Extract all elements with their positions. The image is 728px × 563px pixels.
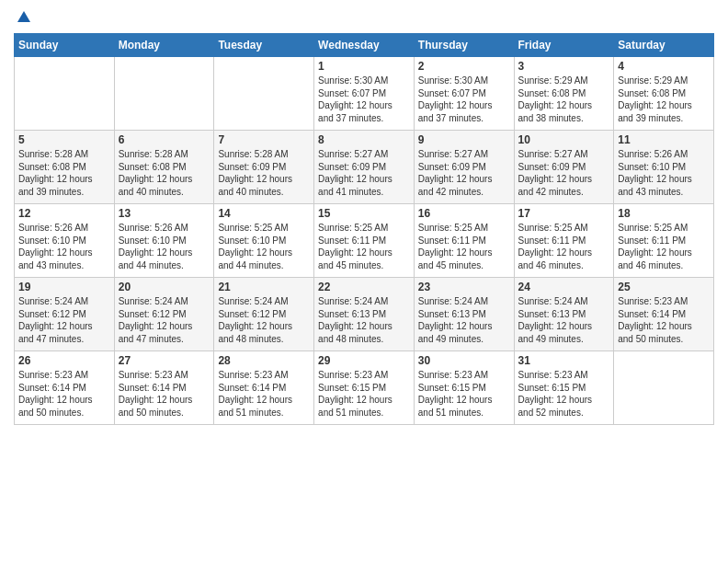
- day-number: 29: [318, 354, 410, 367]
- day-cell: 29Sunrise: 5:23 AM Sunset: 6:15 PM Dayli…: [314, 351, 415, 425]
- day-info: Sunrise: 5:29 AM Sunset: 6:08 PM Dayligh…: [518, 75, 610, 124]
- day-info: Sunrise: 5:25 AM Sunset: 6:11 PM Dayligh…: [518, 222, 610, 271]
- day-cell: 28Sunrise: 5:23 AM Sunset: 6:14 PM Dayli…: [214, 351, 314, 425]
- day-info: Sunrise: 5:23 AM Sunset: 6:15 PM Dayligh…: [518, 369, 610, 419]
- day-cell: 25Sunrise: 5:23 AM Sunset: 6:14 PM Dayli…: [614, 278, 714, 351]
- day-cell: 21Sunrise: 5:24 AM Sunset: 6:12 PM Dayli…: [214, 278, 314, 351]
- day-number: 5: [18, 133, 110, 146]
- day-info: Sunrise: 5:28 AM Sunset: 6:09 PM Dayligh…: [218, 148, 310, 198]
- day-info: Sunrise: 5:27 AM Sunset: 6:09 PM Dayligh…: [418, 148, 510, 198]
- weekday-header-friday: Friday: [514, 34, 614, 57]
- day-number: 12: [18, 207, 110, 220]
- day-info: Sunrise: 5:24 AM Sunset: 6:13 PM Dayligh…: [418, 295, 510, 345]
- day-cell: 22Sunrise: 5:24 AM Sunset: 6:13 PM Dayli…: [314, 278, 415, 351]
- day-cell: 10Sunrise: 5:27 AM Sunset: 6:09 PM Dayli…: [514, 131, 614, 204]
- day-cell: [614, 351, 714, 425]
- week-row-1: 1Sunrise: 5:30 AM Sunset: 6:07 PM Daylig…: [15, 57, 714, 131]
- day-number: 11: [618, 133, 710, 146]
- day-number: 14: [218, 207, 310, 220]
- day-info: Sunrise: 5:24 AM Sunset: 6:12 PM Dayligh…: [218, 295, 310, 345]
- day-info: Sunrise: 5:23 AM Sunset: 6:15 PM Dayligh…: [418, 369, 510, 419]
- day-cell: 14Sunrise: 5:25 AM Sunset: 6:10 PM Dayli…: [214, 204, 314, 278]
- day-cell: 15Sunrise: 5:25 AM Sunset: 6:11 PM Dayli…: [314, 204, 415, 278]
- calendar-table: SundayMondayTuesdayWednesdayThursdayFrid…: [14, 33, 714, 425]
- day-number: 9: [418, 133, 510, 146]
- week-row-3: 12Sunrise: 5:26 AM Sunset: 6:10 PM Dayli…: [15, 204, 714, 278]
- header: [14, 9, 714, 26]
- weekday-header-wednesday: Wednesday: [314, 34, 415, 57]
- day-info: Sunrise: 5:23 AM Sunset: 6:14 PM Dayligh…: [119, 369, 210, 419]
- day-info: Sunrise: 5:24 AM Sunset: 6:13 PM Dayligh…: [518, 295, 610, 345]
- day-info: Sunrise: 5:23 AM Sunset: 6:14 PM Dayligh…: [18, 369, 110, 419]
- day-number: 20: [119, 281, 210, 293]
- day-number: 18: [618, 207, 710, 220]
- day-number: 4: [618, 60, 710, 73]
- day-cell: 8Sunrise: 5:27 AM Sunset: 6:09 PM Daylig…: [314, 131, 415, 204]
- week-row-4: 19Sunrise: 5:24 AM Sunset: 6:12 PM Dayli…: [15, 278, 714, 351]
- day-number: 27: [119, 354, 210, 367]
- day-number: 31: [518, 354, 610, 367]
- day-number: 22: [318, 281, 410, 293]
- day-number: 15: [318, 207, 410, 220]
- day-cell: 30Sunrise: 5:23 AM Sunset: 6:15 PM Dayli…: [414, 351, 514, 425]
- day-cell: 19Sunrise: 5:24 AM Sunset: 6:12 PM Dayli…: [15, 278, 115, 351]
- weekday-header-tuesday: Tuesday: [214, 34, 314, 57]
- weekday-header-sunday: Sunday: [15, 34, 115, 57]
- day-cell: [114, 57, 214, 131]
- day-cell: 4Sunrise: 5:29 AM Sunset: 6:08 PM Daylig…: [614, 57, 714, 131]
- day-info: Sunrise: 5:26 AM Sunset: 6:10 PM Dayligh…: [119, 222, 210, 271]
- day-cell: 23Sunrise: 5:24 AM Sunset: 6:13 PM Dayli…: [414, 278, 514, 351]
- day-cell: 16Sunrise: 5:25 AM Sunset: 6:11 PM Dayli…: [414, 204, 514, 278]
- day-cell: 17Sunrise: 5:25 AM Sunset: 6:11 PM Dayli…: [514, 204, 614, 278]
- day-cell: 9Sunrise: 5:27 AM Sunset: 6:09 PM Daylig…: [414, 131, 514, 204]
- weekday-header-thursday: Thursday: [414, 34, 514, 57]
- day-number: 16: [418, 207, 510, 220]
- day-number: 30: [418, 354, 510, 367]
- day-cell: 18Sunrise: 5:25 AM Sunset: 6:11 PM Dayli…: [614, 204, 714, 278]
- day-info: Sunrise: 5:24 AM Sunset: 6:12 PM Dayligh…: [18, 295, 110, 345]
- day-number: 10: [518, 133, 610, 146]
- day-info: Sunrise: 5:25 AM Sunset: 6:11 PM Dayligh…: [318, 222, 410, 271]
- week-row-5: 26Sunrise: 5:23 AM Sunset: 6:14 PM Dayli…: [15, 351, 714, 425]
- day-info: Sunrise: 5:27 AM Sunset: 6:09 PM Dayligh…: [518, 148, 610, 198]
- day-cell: 6Sunrise: 5:28 AM Sunset: 6:08 PM Daylig…: [114, 131, 214, 204]
- day-info: Sunrise: 5:30 AM Sunset: 6:07 PM Dayligh…: [318, 75, 410, 124]
- day-info: Sunrise: 5:27 AM Sunset: 6:09 PM Dayligh…: [318, 148, 410, 198]
- logo: [14, 9, 32, 26]
- day-number: 2: [418, 60, 510, 73]
- day-number: 6: [119, 133, 210, 146]
- day-cell: 5Sunrise: 5:28 AM Sunset: 6:08 PM Daylig…: [15, 131, 115, 204]
- day-cell: 24Sunrise: 5:24 AM Sunset: 6:13 PM Dayli…: [514, 278, 614, 351]
- day-info: Sunrise: 5:25 AM Sunset: 6:11 PM Dayligh…: [418, 222, 510, 271]
- day-cell: 11Sunrise: 5:26 AM Sunset: 6:10 PM Dayli…: [614, 131, 714, 204]
- day-cell: 26Sunrise: 5:23 AM Sunset: 6:14 PM Dayli…: [15, 351, 115, 425]
- day-cell: 31Sunrise: 5:23 AM Sunset: 6:15 PM Dayli…: [514, 351, 614, 425]
- day-info: Sunrise: 5:24 AM Sunset: 6:12 PM Dayligh…: [119, 295, 210, 345]
- day-info: Sunrise: 5:24 AM Sunset: 6:13 PM Dayligh…: [318, 295, 410, 345]
- logo-icon: [16, 9, 32, 26]
- week-row-2: 5Sunrise: 5:28 AM Sunset: 6:08 PM Daylig…: [15, 131, 714, 204]
- day-number: 1: [318, 60, 410, 73]
- weekday-header-saturday: Saturday: [614, 34, 714, 57]
- day-number: 7: [218, 133, 310, 146]
- day-cell: 27Sunrise: 5:23 AM Sunset: 6:14 PM Dayli…: [114, 351, 214, 425]
- day-info: Sunrise: 5:23 AM Sunset: 6:14 PM Dayligh…: [618, 295, 710, 345]
- day-cell: [214, 57, 314, 131]
- day-cell: 2Sunrise: 5:30 AM Sunset: 6:07 PM Daylig…: [414, 57, 514, 131]
- day-info: Sunrise: 5:30 AM Sunset: 6:07 PM Dayligh…: [418, 75, 510, 124]
- day-cell: 3Sunrise: 5:29 AM Sunset: 6:08 PM Daylig…: [514, 57, 614, 131]
- day-number: 25: [618, 281, 710, 293]
- day-info: Sunrise: 5:28 AM Sunset: 6:08 PM Dayligh…: [119, 148, 210, 198]
- day-number: 19: [18, 281, 110, 293]
- day-number: 21: [218, 281, 310, 293]
- day-number: 8: [318, 133, 410, 146]
- day-info: Sunrise: 5:26 AM Sunset: 6:10 PM Dayligh…: [618, 148, 710, 198]
- day-info: Sunrise: 5:25 AM Sunset: 6:11 PM Dayligh…: [618, 222, 710, 271]
- day-cell: 20Sunrise: 5:24 AM Sunset: 6:12 PM Dayli…: [114, 278, 214, 351]
- weekday-header-row: SundayMondayTuesdayWednesdayThursdayFrid…: [15, 34, 714, 57]
- day-number: 23: [418, 281, 510, 293]
- day-number: 3: [518, 60, 610, 73]
- day-cell: [15, 57, 115, 131]
- day-number: 13: [119, 207, 210, 220]
- day-number: 28: [218, 354, 310, 367]
